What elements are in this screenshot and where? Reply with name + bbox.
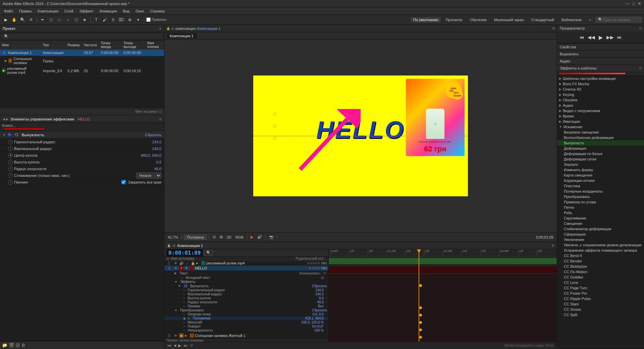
effect-cc-lens[interactable]: CC Lens bbox=[557, 280, 644, 285]
layer-lock-1[interactable]: 🔓 bbox=[191, 261, 195, 265]
effect-polar-coords[interactable]: Полярные координаты bbox=[557, 189, 644, 194]
effects-cat-immersive[interactable]: ▶ Видео с погружением bbox=[557, 108, 644, 113]
antialiasing-dropdown[interactable]: Низкое Высокое bbox=[136, 172, 161, 179]
effect-rolling-shutter[interactable]: Устранение эффекта плавающего затвора bbox=[557, 248, 644, 253]
menu-edit[interactable]: Правка bbox=[16, 8, 34, 14]
minimize-btn[interactable]: — bbox=[625, 1, 630, 6]
table-row[interactable]: C Композиция 1 Композиция 29,97 0:00:00:… bbox=[0, 50, 164, 56]
effect-twirl[interactable]: Скручивание bbox=[557, 215, 644, 221]
layer-row-3[interactable]: 3 👁 ■ ▶ Сплошная заливка Желтый 1 bbox=[164, 333, 328, 338]
color-depth-icon[interactable]: ⬡ bbox=[159, 109, 162, 114]
pen-tool[interactable]: ✒ bbox=[39, 16, 46, 23]
resolution-dropdown[interactable]: Половина bbox=[184, 235, 207, 240]
expand-bulge[interactable]: ▼ bbox=[3, 133, 6, 137]
transport-prev-frame[interactable]: ◀◀ bbox=[588, 34, 595, 41]
param-val-vr[interactable]: 140,0 bbox=[315, 292, 327, 296]
param-val-rot[interactable]: 0x+0,0° bbox=[312, 325, 327, 328]
audio-toggle[interactable]: 🔊 bbox=[256, 235, 263, 240]
effect-magnify-detail[interactable]: Увеличе..с сохранением уровня детализаци… bbox=[557, 242, 644, 248]
effect-cc-ripple-pulse[interactable]: CC Ripple Pulse bbox=[557, 296, 644, 301]
region-interest-btn[interactable]: ⊡ bbox=[211, 235, 217, 240]
effect-magnify[interactable]: Увеличение bbox=[557, 237, 644, 242]
snapshot-btn[interactable]: 📷 bbox=[268, 235, 275, 240]
keyframe-icon[interactable]: ◆ bbox=[183, 317, 185, 320]
effect-warp-stabilizer[interactable]: Стабилизатор деформации bbox=[557, 226, 644, 232]
puppet-tool[interactable]: ✦ bbox=[135, 16, 142, 23]
effect-cc-blobbylize[interactable]: CC Blobbylize bbox=[557, 264, 644, 269]
bulge-reset-tl[interactable]: Сбросить bbox=[312, 284, 327, 288]
effect-cc-bend-it[interactable]: CC Bend It bbox=[557, 253, 644, 258]
layer-switches-2[interactable]: ⊙⊙⊙ bbox=[312, 266, 320, 270]
close-btn[interactable]: ✕ bbox=[638, 1, 641, 6]
horiz-radius-value[interactable]: 134,0 bbox=[152, 140, 161, 144]
align-title[interactable]: Выровнять bbox=[557, 51, 644, 57]
ws-learning[interactable]: Обучение bbox=[467, 17, 489, 22]
transform-reset[interactable]: Сбросить bbox=[312, 308, 327, 312]
panel-forward-icon[interactable]: ▶ bbox=[6, 117, 8, 121]
menu-composition[interactable]: Композиция bbox=[35, 8, 61, 14]
poly-tool[interactable]: ⬠ bbox=[72, 16, 80, 23]
effect-optics-comp[interactable]: Коррекция оптики bbox=[557, 178, 644, 183]
effects-cat-boris[interactable]: ▶ Boris FX Mocha bbox=[557, 81, 644, 87]
expand-transform[interactable]: ▼ bbox=[174, 309, 177, 312]
hand-tool[interactable]: ✋ bbox=[10, 16, 18, 23]
ws-more[interactable]: » bbox=[586, 17, 594, 22]
ws-libraries[interactable]: Библиотеки bbox=[559, 17, 584, 22]
menu-window[interactable]: Окно bbox=[133, 8, 147, 14]
height-value[interactable]: 0,6 bbox=[156, 160, 161, 164]
snap-checkbox[interactable] bbox=[146, 17, 151, 22]
new-item-btn[interactable]: ⊞ bbox=[15, 342, 20, 348]
effects-cat-distortion[interactable]: ▼ Искажение bbox=[557, 124, 644, 130]
cone-radius-value[interactable]: 49,0 bbox=[154, 167, 161, 171]
camera-rotation-tool[interactable]: ↺ bbox=[27, 16, 35, 23]
layer-vis-3[interactable]: 👁 bbox=[173, 333, 178, 338]
layer-vis-1[interactable]: 👁 bbox=[173, 261, 178, 265]
3d-renderer-btn[interactable]: 3D bbox=[225, 235, 233, 240]
effects-cat-simulation[interactable]: ▶ Имитация bbox=[557, 119, 644, 124]
layer-switches-1[interactable]: ⊙⊙⊙⊙⊙ bbox=[307, 261, 320, 265]
expand-2[interactable]: ▼ bbox=[185, 266, 189, 270]
param-val-anchor[interactable]: 0,0, 0,0 bbox=[313, 312, 327, 316]
effect-displacement-map[interactable]: Карта смещения bbox=[557, 172, 644, 178]
new-folder-btn[interactable]: 📁 bbox=[2, 343, 7, 348]
effect-cc-slant[interactable]: CC Slant bbox=[557, 301, 644, 307]
expand-text[interactable]: ▶ bbox=[174, 271, 177, 275]
transparent-bg-btn[interactable]: ⊞ bbox=[218, 235, 224, 240]
center-value[interactable]: 960,0, 540,0 bbox=[141, 153, 161, 157]
layer-fx-2[interactable]: fx bbox=[309, 266, 311, 270]
param-val-cr[interactable]: 49,0 bbox=[317, 300, 327, 304]
layer-solo-1[interactable]: ☆ bbox=[185, 261, 190, 265]
sublayer-effects[interactable]: ▼ Эффекты bbox=[164, 280, 328, 284]
transport-next-frame[interactable]: ▶▶ bbox=[606, 34, 614, 41]
effect-mesh-warp[interactable]: Деформация сетки bbox=[557, 156, 644, 162]
menu-animation[interactable]: Анимация bbox=[97, 8, 120, 14]
param-val-hr[interactable]: 134,0 bbox=[315, 288, 327, 292]
menu-file[interactable]: Файл bbox=[1, 8, 16, 14]
preview-menu[interactable]: ≡ bbox=[639, 26, 641, 30]
preview-play-btn[interactable]: ▶ bbox=[249, 235, 255, 240]
expand-effects[interactable]: ▼ bbox=[174, 280, 177, 284]
bulge-visibility[interactable] bbox=[14, 132, 19, 138]
transport-first[interactable]: ⏮ bbox=[578, 34, 586, 41]
effect-cc-split[interactable]: CC Split bbox=[557, 312, 644, 317]
select-tool[interactable]: ▶ bbox=[2, 16, 9, 23]
comp-name-link[interactable]: Композиция 1 bbox=[197, 27, 221, 31]
effect-vortex[interactable]: Вихревое смещение bbox=[557, 130, 644, 135]
timecode-input[interactable]: 🔍 bbox=[205, 250, 213, 256]
timeline-menu-btn[interactable]: ≡ bbox=[551, 243, 554, 248]
effect-offset[interactable]: Смещение bbox=[557, 221, 644, 226]
effect-cc-smear[interactable]: CC Smear bbox=[557, 307, 644, 312]
expand-3[interactable]: ▶ bbox=[185, 334, 189, 337]
comp-tab-main[interactable]: Композиция 1 bbox=[166, 33, 197, 39]
effect-transform[interactable]: Преобразовать bbox=[557, 194, 644, 199]
help-search[interactable]: 🔍 bbox=[596, 17, 642, 22]
menu-layer[interactable]: Слой bbox=[62, 8, 76, 14]
effect-bezier-warp[interactable]: Деформация по Безье bbox=[557, 151, 644, 156]
param-val-op[interactable]: 100 % bbox=[314, 329, 327, 332]
bulge-reset[interactable]: Сбросить bbox=[145, 133, 161, 137]
layer-row-1[interactable]: 1 👁 🔊 ☆ 🔓 ▶ рекламный ролик.mp4 ⊙⊙⊙⊙⊙ Не… bbox=[164, 261, 328, 266]
layer-vis-2[interactable]: 👁 bbox=[173, 266, 178, 270]
tl-goto-end[interactable]: ⏭ bbox=[183, 343, 188, 348]
mask-feather-tool[interactable]: ⬡ bbox=[47, 16, 55, 23]
panel-nav-icon[interactable]: ◀ bbox=[3, 117, 5, 121]
